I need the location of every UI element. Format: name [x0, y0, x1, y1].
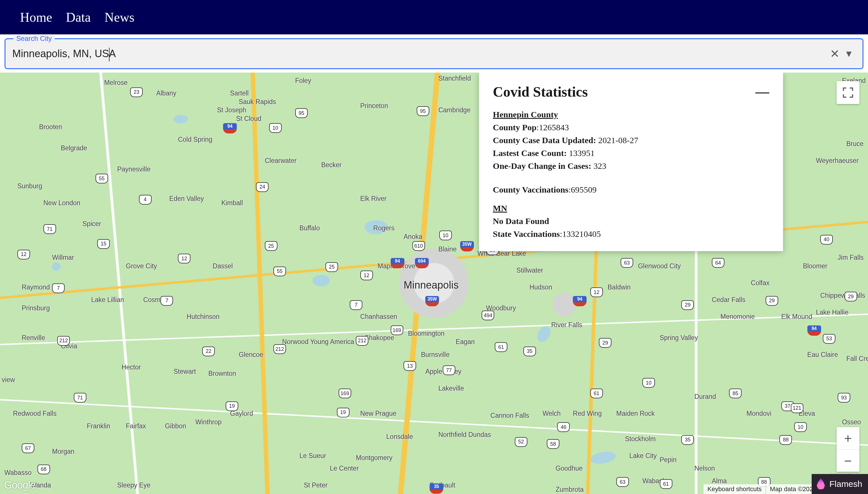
fullscreen-button[interactable] — [836, 81, 860, 104]
clear-icon[interactable]: ✕ — [828, 47, 842, 60]
fullscreen-icon — [843, 88, 853, 98]
nav-divider — [0, 34, 868, 35]
nav-news[interactable]: News — [104, 10, 134, 25]
county-change-value: 323 — [594, 161, 606, 171]
search-label: Search City — [14, 35, 55, 42]
water — [312, 275, 330, 286]
flameshot-label: Flamesh — [829, 479, 862, 489]
nav-home[interactable]: Home — [20, 10, 52, 25]
county-count-value: 133951 — [569, 148, 595, 158]
search-input[interactable] — [12, 48, 828, 60]
county-change-label: One-Day Change in Cases: — [493, 161, 591, 171]
google-logo: Google — [4, 479, 35, 491]
county-updated-value: 2021-08-27 — [598, 135, 638, 145]
flame-icon — [816, 479, 826, 490]
water — [365, 220, 387, 234]
covid-stats-card: Covid Statistics — Hennepin County Count… — [479, 73, 783, 251]
zoom-out-button[interactable]: − — [836, 450, 860, 472]
county-name: Hennepin County — [493, 110, 558, 119]
zoom-controls: + − — [836, 427, 860, 472]
state-name: MN — [493, 204, 507, 213]
county-count-label: Lastest Case Count: — [493, 148, 566, 158]
card-title: Covid Statistics — [493, 83, 588, 100]
text-cursor — [109, 48, 110, 61]
county-pop-value: 1265843 — [539, 122, 569, 132]
state-vacc-label: State Vaccinations — [493, 229, 560, 239]
county-updated-label: County Case Data Updated: — [493, 135, 596, 145]
minimize-icon[interactable]: — — [756, 88, 769, 95]
zoom-in-button[interactable]: + — [836, 427, 860, 450]
water — [174, 115, 188, 124]
county-vacc-value: 695509 — [571, 185, 597, 194]
keyboard-shortcuts-link[interactable]: Keyboard shortcuts — [704, 484, 766, 494]
dropdown-icon[interactable]: ▼ — [842, 49, 856, 59]
county-vacc-label: County Vaccinations — [493, 185, 568, 194]
flameshot-widget[interactable]: Flamesh — [812, 474, 868, 494]
search-city-field[interactable]: Search City ✕ ▼ — [4, 38, 864, 69]
nav-data[interactable]: Data — [66, 10, 91, 25]
map[interactable]: Minneapolis Melrose Foley Stanchfield Ex… — [0, 73, 868, 494]
county-pop-label: County Pop — [493, 122, 537, 132]
navbar: Home Data News — [0, 0, 868, 34]
state-nodata: No Data Found — [493, 216, 549, 226]
water — [52, 262, 61, 271]
state-vacc-value: 133210405 — [562, 229, 601, 239]
